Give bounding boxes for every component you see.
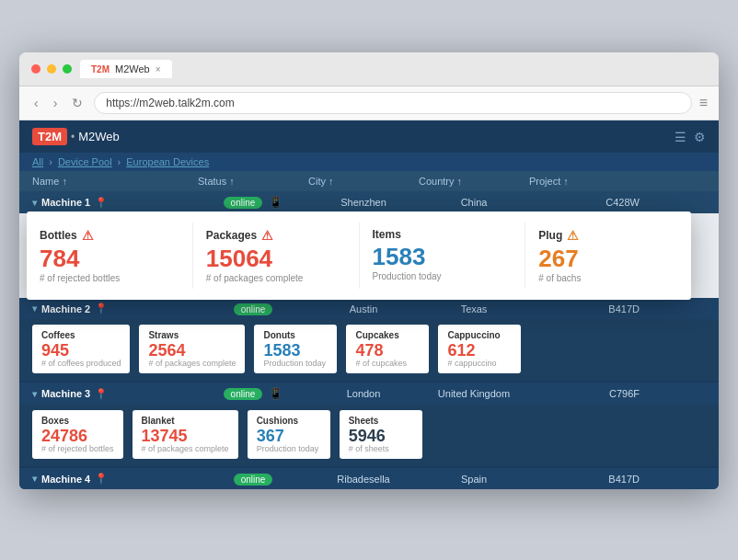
col-header-project[interactable]: Project ↑	[529, 176, 640, 187]
packages-sub: # of packages complete	[206, 273, 346, 283]
machine-3-country: United Kingdom	[419, 388, 529, 399]
col-header-name[interactable]: Name ↑	[32, 176, 198, 187]
machine-3-status: online	[224, 388, 263, 400]
machine-row-2[interactable]: ▾ Machine 2 📍 online Austin Texas B417D	[19, 298, 719, 319]
machine-3-city: London	[308, 388, 419, 399]
app-logo: T2M • M2Web	[32, 128, 120, 145]
widget-bottles: Bottles ⚠ 784 # of rejected bottles	[27, 223, 193, 289]
pin-icon: 📍	[95, 197, 108, 209]
breadcrumb-sep1: ›	[49, 156, 52, 167]
metric-cupcakes: Cupcakes 478 # of cupcakes	[346, 325, 429, 373]
metric-sheets: Sheets 5946 # of sheets	[340, 410, 422, 459]
browser-menu-icon[interactable]: ≡	[699, 95, 708, 111]
machine-1-project: C428W	[529, 197, 640, 208]
items-sub: Production today	[373, 271, 513, 281]
boxes-value: 24786	[41, 428, 114, 444]
back-button[interactable]: ‹	[30, 94, 42, 112]
pin-icon-4: 📍	[95, 473, 108, 485]
app-container: T2M • M2Web ☰ ⚙ All › Device Pool › Euro…	[19, 120, 719, 489]
col-header-status[interactable]: Status ↑	[198, 176, 308, 187]
machine-1-country: China	[419, 197, 529, 208]
reload-button[interactable]: ↻	[68, 94, 86, 112]
packages-value: 15064	[206, 246, 346, 270]
machine-4-country: Spain	[419, 474, 529, 485]
address-text: https://m2web.talk2m.com	[106, 97, 234, 109]
chevron-icon-3: ▾	[32, 389, 37, 399]
logo-separator: •	[71, 131, 75, 143]
sheets-value: 5946	[349, 428, 413, 444]
col-header-city[interactable]: City ↑	[308, 176, 419, 187]
cupcakes-label: Cupcakes	[355, 330, 420, 340]
straws-sub: # of packages complete	[148, 359, 236, 368]
plug-label: Plug	[538, 229, 562, 242]
machine-3-project: C796F	[529, 388, 640, 399]
breadcrumb-device-pool[interactable]: Device Pool	[58, 156, 112, 167]
tab-close-button[interactable]: ×	[156, 64, 161, 74]
window-controls	[30, 63, 73, 74]
cushions-label: Cushions	[257, 416, 321, 426]
machine-4-project: B417D	[529, 474, 640, 485]
blanket-sub: # of packages complete	[142, 444, 229, 453]
breadcrumb-all[interactable]: All	[32, 156, 43, 167]
items-label: Items	[373, 228, 401, 241]
sheets-label: Sheets	[349, 416, 413, 426]
tab-title: M2Web	[115, 63, 150, 74]
metric-cappuccino: Cappuccino 612 # cappuccino	[438, 325, 521, 373]
app-header-icons: ☰ ⚙	[675, 130, 706, 144]
breadcrumb-european-devices[interactable]: European Devices	[126, 156, 209, 167]
plug-value: 267	[538, 246, 678, 270]
list-icon[interactable]: ☰	[675, 130, 686, 144]
machine-row-3[interactable]: ▾ Machine 3 📍 online 📱 London United Kin…	[19, 383, 719, 405]
phone-icon: 📱	[269, 196, 283, 209]
donuts-sub: Production today	[263, 359, 328, 368]
tab-favicon: T2M	[91, 64, 110, 74]
address-bar[interactable]: https://m2web.talk2m.com	[94, 92, 691, 114]
machine-4-name: Machine 4	[41, 474, 90, 485]
bottles-value: 784	[40, 246, 179, 270]
svg-point-2	[63, 64, 72, 74]
machine-4-status: online	[234, 474, 273, 486]
settings-icon[interactable]: ⚙	[694, 130, 706, 144]
bottles-warn-icon: ⚠	[82, 228, 94, 243]
pin-icon-3: 📍	[95, 388, 108, 400]
cupcakes-sub: # of cupcakes	[355, 359, 420, 368]
coffees-sub: # of coffees produced	[41, 359, 121, 368]
donuts-label: Donuts	[263, 330, 328, 340]
chevron-icon: ▾	[32, 198, 37, 208]
metric-cushions: Cushions 367 Production today	[248, 410, 330, 459]
machine-1-widget-card: Bottles ⚠ 784 # of rejected bottles Pack…	[27, 211, 691, 300]
browser-navbar: ‹ › ↻ https://m2web.talk2m.com ≡	[19, 86, 719, 120]
pin-icon-2: 📍	[95, 303, 108, 314]
browser-titlebar: T2M M2Web ×	[19, 52, 719, 86]
machine-2-country: Texas	[419, 303, 529, 314]
widget-packages: Packages ⚠ 15064 # of packages complete	[193, 223, 360, 289]
breadcrumb-sep2: ›	[118, 156, 121, 167]
forward-button[interactable]: ›	[50, 94, 62, 112]
machine-row-1[interactable]: ▾ Machine 1 📍 online 📱 Shenzhen China C4…	[19, 191, 719, 213]
metric-blanket: Blanket 13745 # of packages complete	[133, 410, 238, 459]
coffees-label: Coffees	[41, 330, 121, 340]
sheets-sub: # of sheets	[349, 444, 413, 453]
table-header: Name ↑ Status ↑ City ↑ Country ↑ Project…	[19, 171, 719, 191]
straws-label: Straws	[148, 330, 236, 340]
coffees-value: 945	[41, 342, 121, 359]
plug-sub: # of bachs	[538, 273, 678, 283]
metric-donuts: Donuts 1583 Production today	[254, 325, 337, 373]
widget-plug: Plug ⚠ 267 # of bachs	[525, 223, 691, 289]
blanket-label: Blanket	[142, 416, 229, 426]
packages-label: Packages	[206, 229, 257, 242]
packages-warn-icon: ⚠	[261, 228, 273, 243]
chevron-icon-4: ▾	[32, 474, 37, 484]
phone-icon-3: 📱	[269, 387, 283, 400]
col-header-country[interactable]: Country ↑	[419, 176, 529, 187]
browser-tab[interactable]: T2M M2Web ×	[80, 60, 172, 78]
machine-2-project: B417D	[529, 303, 640, 314]
boxes-label: Boxes	[41, 416, 114, 426]
bottles-label: Bottles	[40, 229, 77, 242]
svg-point-1	[47, 64, 56, 74]
breadcrumb: All › Device Pool › European Devices	[19, 153, 719, 171]
app-header: T2M • M2Web ☰ ⚙	[19, 120, 719, 153]
svg-point-0	[31, 64, 40, 74]
machine-row-4[interactable]: ▾ Machine 4 📍 online Ribadesella Spain B…	[19, 468, 719, 489]
widget-items: Items 1583 Production today	[360, 223, 526, 289]
